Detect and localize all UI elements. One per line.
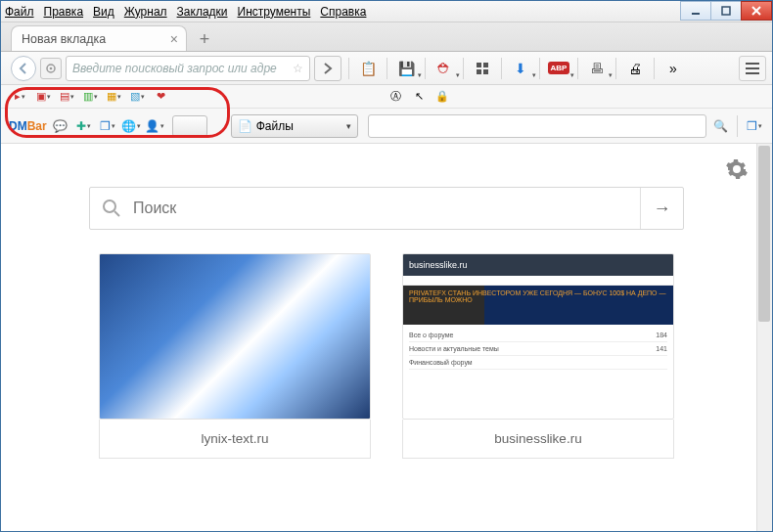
tab-close-icon[interactable]: × bbox=[170, 31, 178, 47]
page-icon: 📄 bbox=[238, 119, 252, 133]
dmbar-blank-button[interactable] bbox=[172, 115, 207, 137]
lock-icon[interactable]: 🔒 bbox=[433, 89, 451, 105]
medical-icon[interactable]: ⛑▾ bbox=[432, 57, 456, 80]
speed-dial-tiles: lynix-text.ru businesslike.ru PRIVATEFX … bbox=[1, 253, 772, 459]
chevron-down-icon: ▾ bbox=[570, 71, 574, 79]
identity-button[interactable] bbox=[40, 58, 62, 79]
dmbar-search-icon[interactable]: 🔍 bbox=[710, 116, 730, 136]
menu-file[interactable]: Файл bbox=[5, 5, 34, 19]
window-close-button[interactable] bbox=[741, 1, 772, 21]
menu-view[interactable]: Вид bbox=[93, 5, 114, 19]
small-tool-1[interactable]: ▸▾ bbox=[11, 89, 28, 105]
menu-tools[interactable]: Инструменты bbox=[238, 5, 311, 19]
dmbar-search-input[interactable] bbox=[368, 114, 706, 138]
separator bbox=[615, 58, 616, 79]
tile-2-caption: businesslike.ru bbox=[402, 420, 674, 459]
small-tool-3[interactable]: ▤▾ bbox=[58, 89, 75, 105]
window-buttons bbox=[681, 1, 772, 21]
tile-1-caption: lynix-text.ru bbox=[99, 420, 371, 459]
files-dropdown[interactable]: 📄 Файлы ▾ bbox=[231, 114, 358, 138]
chevron-down-icon: ▾ bbox=[418, 71, 422, 79]
scrollbar-thumb[interactable] bbox=[758, 146, 770, 322]
small-tool-6[interactable]: ▧▾ bbox=[128, 89, 146, 105]
dmbar-chat-icon[interactable]: 💬 bbox=[51, 116, 70, 136]
tile-2[interactable]: businesslike.ru PRIVATEFX СТАНЬ ИНВЕСТОР… bbox=[402, 253, 674, 459]
big-search: → bbox=[89, 187, 684, 230]
vertical-scrollbar[interactable] bbox=[756, 144, 772, 532]
menu-help[interactable]: Справка bbox=[320, 5, 366, 19]
overflow-icon[interactable]: » bbox=[661, 57, 685, 80]
svg-line-11 bbox=[114, 211, 119, 216]
abp-icon[interactable]: ABP▾ bbox=[547, 57, 570, 80]
separator bbox=[463, 58, 464, 79]
svg-rect-8 bbox=[477, 69, 481, 74]
tiles-icon[interactable] bbox=[471, 57, 494, 80]
back-button[interactable] bbox=[11, 56, 36, 81]
page-content: → lynix-text.ru businesslike.ru PRIVATEF… bbox=[1, 144, 772, 532]
secondary-toolbar: ▸▾ ▣▾ ▤▾ ▥▾ ▦▾ ▧▾ ❤ Ⓐ ↖ 🔒 bbox=[1, 85, 772, 109]
menu-edit[interactable]: Правка bbox=[44, 5, 84, 19]
separator bbox=[654, 58, 655, 79]
separator bbox=[425, 58, 426, 79]
dmbar-layers-icon[interactable]: ❒▾ bbox=[745, 116, 764, 136]
new-tab-button[interactable]: + bbox=[193, 27, 216, 51]
cursor-icon[interactable]: ↖ bbox=[410, 89, 428, 105]
address-placeholder: Введите поисковый запрос или адре bbox=[72, 62, 277, 75]
search-icon bbox=[90, 199, 133, 218]
svg-point-10 bbox=[104, 200, 115, 212]
svg-rect-1 bbox=[722, 7, 730, 15]
chevron-down-icon: ▾ bbox=[532, 71, 536, 79]
chevron-down-icon: ▾ bbox=[609, 71, 613, 79]
dmbar-label: DMBar bbox=[9, 119, 47, 133]
bookmark-star-icon[interactable]: ☆ bbox=[293, 62, 303, 75]
separator bbox=[539, 58, 540, 79]
small-tool-5[interactable]: ▦▾ bbox=[105, 89, 122, 105]
svg-rect-9 bbox=[483, 69, 488, 74]
tab-title: Новая вкладка bbox=[22, 32, 106, 46]
search-input[interactable] bbox=[133, 200, 640, 217]
tile-1[interactable]: lynix-text.ru bbox=[99, 253, 371, 459]
separator bbox=[577, 58, 578, 79]
save-icon[interactable]: 💾▾ bbox=[394, 57, 418, 80]
dmbar-add-icon[interactable]: ✚▾ bbox=[74, 116, 94, 136]
search-go-button[interactable]: → bbox=[640, 188, 683, 229]
tile-2-banner: PRIVATEFX СТАНЬ ИНВЕСТОРОМ УЖЕ СЕГОДНЯ —… bbox=[403, 286, 673, 325]
tab-strip: Новая вкладка × + bbox=[1, 22, 772, 52]
small-tool-7[interactable]: ❤ bbox=[152, 89, 169, 105]
hamburger-menu-button[interactable] bbox=[739, 56, 766, 81]
dmbar-globe-icon[interactable]: 🌐▾ bbox=[121, 116, 141, 136]
separator bbox=[737, 115, 738, 137]
menu-history[interactable]: Журнал bbox=[124, 5, 167, 19]
chevron-down-icon: ▾ bbox=[346, 121, 351, 131]
dmbar-user-icon[interactable]: 👤▾ bbox=[145, 116, 164, 136]
menu-bookmarks[interactable]: Закладки bbox=[177, 5, 228, 19]
clipboard-icon[interactable]: 📋 bbox=[356, 57, 380, 80]
navigation-toolbar: Введите поисковый запрос или адре ☆ 📋 💾▾… bbox=[1, 52, 772, 85]
window-minimize-button[interactable] bbox=[680, 1, 711, 21]
small-tool-4[interactable]: ▥▾ bbox=[81, 89, 99, 105]
tab-new[interactable]: Новая вкладка × bbox=[11, 25, 187, 51]
tile-1-thumbnail bbox=[99, 253, 371, 420]
svg-rect-6 bbox=[477, 63, 481, 67]
svg-rect-7 bbox=[483, 63, 488, 67]
tile-2-header: businesslike.ru bbox=[403, 254, 673, 276]
gear-icon[interactable] bbox=[725, 157, 749, 181]
svg-point-5 bbox=[50, 66, 53, 69]
tile-2-thumbnail: businesslike.ru PRIVATEFX СТАНЬ ИНВЕСТОР… bbox=[402, 253, 674, 420]
text-style-icon[interactable]: Ⓐ bbox=[386, 89, 404, 105]
go-button[interactable] bbox=[314, 56, 341, 81]
small-tool-2[interactable]: ▣▾ bbox=[34, 89, 52, 105]
dmbar-toolbar: DMBar 💬 ✚▾ ❐▾ 🌐▾ 👤▾ 📄 Файлы ▾ 🔍 ❒▾ bbox=[1, 109, 772, 144]
window-maximize-button[interactable] bbox=[710, 1, 742, 21]
separator bbox=[348, 58, 349, 79]
chevron-down-icon: ▾ bbox=[456, 71, 460, 79]
download-arrow-icon[interactable]: ⬇▾ bbox=[509, 57, 532, 80]
menu-bar: Файл Правка Вид Журнал Закладки Инструме… bbox=[1, 1, 772, 22]
files-label: Файлы bbox=[256, 119, 294, 133]
print-icon[interactable]: 🖶▾ bbox=[585, 57, 609, 80]
dmbar-windows-icon[interactable]: ❐▾ bbox=[98, 116, 117, 136]
printer-icon[interactable]: 🖨 bbox=[623, 57, 647, 80]
separator bbox=[501, 58, 502, 79]
separator bbox=[386, 58, 387, 79]
address-bar[interactable]: Введите поисковый запрос или адре ☆ bbox=[66, 56, 310, 81]
